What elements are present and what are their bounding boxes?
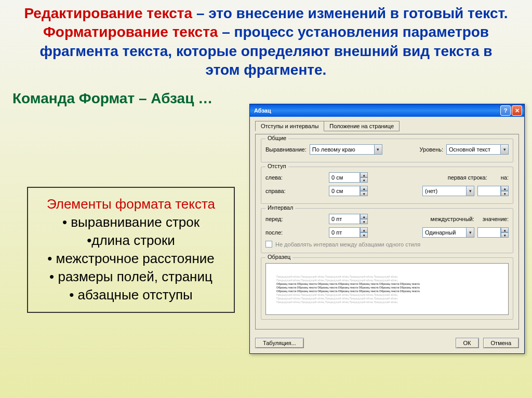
checkbox-icon[interactable]: [265, 241, 272, 248]
dropdown-icon: [466, 228, 474, 237]
by-label: на:: [501, 174, 509, 181]
dialog-title: Абзац: [254, 107, 271, 114]
elements-item: • выравнивание строк: [33, 213, 229, 231]
no-space-checkbox-row[interactable]: Не добавлять интервал между абзацами одн…: [265, 241, 509, 248]
group-spacing-title: Интервал: [265, 204, 295, 211]
indent-left-spinner[interactable]: 0 см ▴▾: [329, 172, 368, 183]
spinner-up-icon[interactable]: ▴: [501, 186, 509, 191]
before-spinner[interactable]: 0 пт ▴▾: [329, 214, 368, 224]
paragraph-dialog: Абзац ? ✕ Отступы и интервалы Положение …: [249, 104, 525, 354]
group-preview: Образец Предыдущий абзац Предыдущий абза…: [261, 257, 513, 320]
editing-term: Редактирование текста: [24, 5, 192, 21]
spinner-down-icon[interactable]: ▾: [360, 232, 368, 238]
tabs-button[interactable]: Табуляция...: [255, 338, 304, 348]
elements-box: Элементы формата текста • выравнивание с…: [27, 187, 235, 313]
tab-position[interactable]: Положение на странице: [324, 121, 400, 131]
spinner-up-icon[interactable]: ▴: [360, 172, 368, 177]
dropdown-icon: [500, 145, 508, 154]
dropdown-icon: [466, 186, 474, 196]
group-general: Общие Выравнивание: По левому краю Урове…: [261, 139, 513, 162]
elements-title: Элементы формата текста: [33, 195, 229, 213]
formatting-term: Форматирование текста: [43, 24, 218, 40]
group-spacing: Интервал перед: 0 пт ▴▾ междустрочный: з…: [261, 208, 513, 253]
spinner-up-icon[interactable]: ▴: [360, 227, 368, 232]
before-label: перед:: [265, 216, 297, 222]
elements-item: • абзацные отступы: [33, 286, 229, 304]
spinner-down-icon[interactable]: ▾: [501, 191, 509, 196]
first-line-combo[interactable]: (нет): [422, 186, 474, 196]
group-indent-title: Отступ: [265, 163, 288, 169]
first-line-label: первая строка:: [448, 174, 487, 181]
help-button[interactable]: ?: [500, 105, 511, 116]
group-preview-title: Образец: [265, 254, 292, 260]
group-general-title: Общие: [265, 135, 288, 141]
spinner-down-icon[interactable]: ▾: [360, 219, 368, 224]
header-definitions: Редактирование текста – это внесение изм…: [0, 0, 532, 80]
spinner-up-icon[interactable]: ▴: [360, 214, 368, 219]
elements-item: •длина строки: [33, 231, 229, 250]
spinner-down-icon[interactable]: ▾: [501, 232, 509, 238]
by-spinner[interactable]: ▴▾: [477, 186, 509, 196]
at-label: значение:: [483, 216, 509, 222]
level-label: Уровень:: [420, 146, 443, 153]
tabs: Отступы и интервалы Положение на страниц…: [255, 121, 519, 131]
after-label: после:: [265, 229, 297, 236]
indent-right-label: справа:: [265, 188, 297, 194]
indent-left-label: слева:: [265, 174, 297, 181]
align-combo[interactable]: По левому краю: [310, 144, 382, 155]
align-label: Выравнивание:: [265, 146, 307, 153]
tab-indents[interactable]: Отступы и интервалы: [255, 121, 324, 131]
spinner-up-icon[interactable]: ▴: [360, 186, 368, 191]
elements-item: • размеры полей, страниц: [33, 268, 229, 286]
no-space-label: Не добавлять интервал между абзацами одн…: [275, 241, 420, 248]
indent-right-spinner[interactable]: 0 см ▴▾: [329, 186, 368, 196]
spinner-down-icon[interactable]: ▾: [360, 191, 368, 196]
editing-def: – это внесение изменений в готовый текст…: [192, 5, 508, 21]
close-button[interactable]: ✕: [512, 105, 522, 116]
ok-button[interactable]: ОК: [456, 338, 479, 348]
spinner-up-icon[interactable]: ▴: [501, 227, 509, 232]
group-indent: Отступ слева: 0 см ▴▾ первая строка: на:…: [261, 167, 513, 204]
after-spinner[interactable]: 0 пт ▴▾: [329, 227, 368, 238]
spinner-down-icon[interactable]: ▾: [360, 177, 368, 183]
cancel-button[interactable]: Отмена: [483, 338, 519, 348]
titlebar[interactable]: Абзац ? ✕: [250, 104, 524, 117]
line-spacing-label: междустрочный:: [431, 216, 474, 222]
preview-box: Предыдущий абзац Предыдущий абзац Предыд…: [265, 263, 509, 315]
level-combo[interactable]: Основной текст: [446, 144, 509, 155]
line-spacing-combo[interactable]: Одинарный: [422, 227, 474, 238]
elements-item: • межстрочное расстояние: [33, 250, 229, 268]
dropdown-icon: [374, 145, 382, 154]
at-spinner[interactable]: ▴▾: [477, 227, 509, 238]
